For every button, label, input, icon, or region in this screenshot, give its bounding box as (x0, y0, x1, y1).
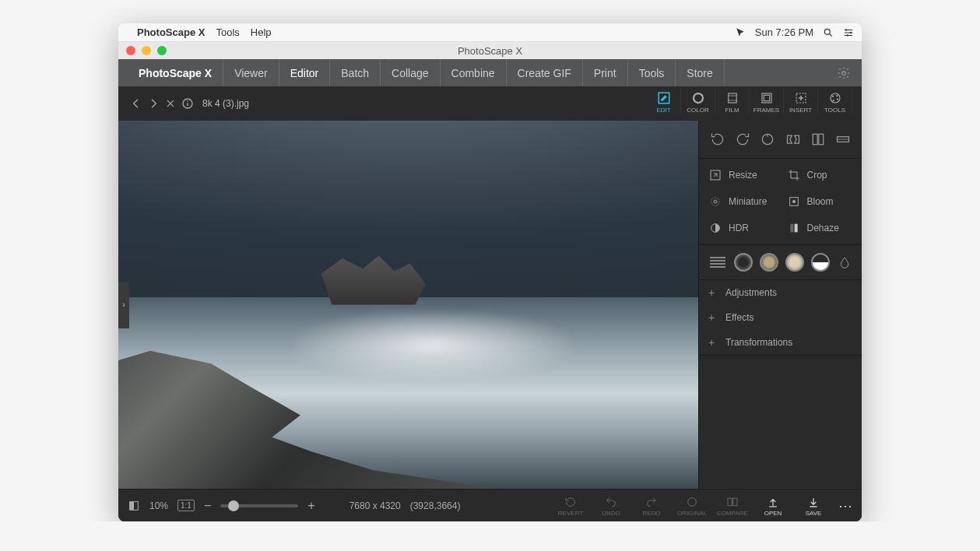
rotate-cw-icon[interactable] (732, 128, 753, 150)
fit-screen-icon[interactable] (128, 500, 140, 512)
tab-tools[interactable]: Tools (628, 59, 676, 86)
cursor-position: (3928,3664) (410, 500, 461, 511)
undo-button[interactable]: UNDO (595, 495, 627, 517)
tools-icon (827, 91, 843, 105)
compare-icon (726, 495, 739, 509)
svg-point-23 (831, 96, 833, 97)
one-to-one-button[interactable]: 1:1 (177, 500, 195, 511)
tab-combine[interactable]: Combine (441, 59, 507, 86)
revert-button[interactable]: REVERT (555, 495, 586, 517)
svg-point-13 (694, 93, 703, 103)
tab-collage[interactable]: Collage (381, 59, 440, 86)
mode-film[interactable]: FILM (715, 86, 750, 114)
zoom-button[interactable] (157, 46, 167, 55)
tab-batch[interactable]: Batch (330, 59, 381, 86)
menubar-tools[interactable]: Tools (216, 26, 239, 38)
zoom-in-button[interactable]: + (307, 499, 314, 513)
accordion: + Adjustments + Effects + Transformation… (699, 280, 862, 356)
tab-viewer[interactable]: Viewer (223, 59, 279, 86)
miniature-icon (708, 195, 722, 209)
revert-icon (564, 495, 577, 509)
zoom-slider-knob[interactable] (228, 500, 239, 511)
forward-button[interactable] (145, 95, 162, 112)
tab-print[interactable]: Print (583, 59, 628, 86)
plus-icon: + (708, 286, 718, 299)
expand-panel-handle[interactable]: › (118, 282, 129, 328)
mode-edit[interactable]: EDIT (647, 86, 681, 114)
accordion-effects[interactable]: + Effects (699, 305, 862, 330)
image-canvas[interactable]: › (118, 121, 698, 489)
list-icon[interactable] (708, 253, 727, 272)
status-footer: 10% 1:1 − + 7680 x 4320 (3928,3664) REVE… (118, 489, 862, 521)
accordion-transformations-label: Transformations (725, 337, 792, 348)
open-button[interactable]: OPEN (757, 495, 789, 517)
redo-icon (645, 495, 658, 509)
menubar-clock[interactable]: Sun 7:26 PM (755, 26, 813, 38)
vignette-4[interactable] (811, 253, 830, 272)
info-button[interactable] (179, 95, 196, 112)
vignette-1[interactable] (734, 253, 753, 272)
crop-icon (787, 168, 801, 182)
spotlight-icon[interactable] (823, 27, 834, 38)
crop-tool[interactable]: Crop (784, 163, 856, 187)
zoom-out-button[interactable]: − (204, 499, 211, 513)
miniature-tool[interactable]: Miniature (705, 190, 778, 213)
hdr-tool[interactable]: HDR (705, 216, 778, 240)
original-button[interactable]: ORIGINAL (676, 495, 708, 517)
app-body: 8k 4 (3).jpg EDIT COLOR FILM FRAMES (118, 86, 862, 521)
original-icon (686, 495, 698, 509)
flip-vertical-icon[interactable] (807, 128, 829, 150)
minimize-button[interactable] (142, 46, 151, 55)
dehaze-tool[interactable]: Dehaze (784, 216, 856, 240)
svg-point-6 (850, 31, 852, 33)
vignette-3[interactable] (785, 253, 804, 272)
app-window: PhotoScape X Tools Help Sun 7:26 PM Phot… (118, 23, 862, 521)
settings-gear-icon[interactable] (837, 66, 851, 80)
perspective-icon[interactable] (832, 128, 854, 150)
mode-frames-label: FRAMES (753, 107, 779, 114)
tab-create-gif[interactable]: Create GIF (507, 59, 583, 86)
film-icon (725, 91, 740, 105)
svg-point-43 (688, 497, 697, 506)
window-title: PhotoScape X (458, 45, 522, 57)
mode-insert[interactable]: INSERT (784, 86, 818, 114)
mode-color-label: COLOR (687, 107, 708, 114)
svg-point-24 (836, 95, 838, 97)
bloom-tool[interactable]: Bloom (784, 190, 856, 213)
close-button[interactable] (126, 46, 135, 55)
accordion-transformations[interactable]: + Transformations (699, 330, 862, 355)
svg-point-25 (836, 98, 838, 100)
rotate-ccw-icon[interactable] (707, 128, 729, 150)
redo-button[interactable]: REDO (636, 495, 667, 517)
accordion-adjustments[interactable]: + Adjustments (699, 280, 862, 305)
zoom-slider[interactable] (220, 504, 298, 507)
app-menu[interactable]: PhotoScape X (137, 26, 205, 38)
close-file-button[interactable] (162, 95, 179, 112)
brand-tab[interactable]: PhotoScape X (128, 59, 223, 86)
image-dimensions: 7680 x 4320 (349, 500, 401, 511)
more-menu-icon[interactable]: ⋯ (838, 497, 852, 514)
color-drop-icon[interactable] (837, 253, 852, 272)
control-center-icon[interactable] (843, 27, 854, 38)
back-button[interactable] (128, 95, 145, 112)
menubar-help[interactable]: Help (251, 26, 272, 38)
save-button[interactable]: SAVE (798, 495, 829, 517)
svg-rect-40 (794, 224, 797, 233)
save-icon (807, 495, 820, 509)
resize-tool[interactable]: Resize (705, 163, 778, 187)
svg-rect-45 (733, 498, 737, 505)
tab-store[interactable]: Store (676, 59, 724, 86)
mode-tools-label: TOOLS (824, 107, 845, 114)
mode-frames[interactable]: FRAMES (750, 86, 784, 114)
svg-point-34 (711, 198, 720, 206)
vignette-2[interactable] (760, 253, 778, 272)
flip-horizontal-icon[interactable] (782, 128, 804, 150)
miniature-label: Miniature (729, 196, 767, 207)
tab-editor[interactable]: Editor (279, 59, 331, 86)
bloom-label: Bloom (807, 196, 834, 207)
mode-color[interactable]: COLOR (681, 86, 715, 114)
svg-rect-18 (764, 95, 770, 101)
compare-button[interactable]: COMPARE (717, 495, 748, 517)
mode-tools[interactable]: TOOLS (818, 86, 852, 114)
straighten-icon[interactable] (757, 128, 778, 150)
